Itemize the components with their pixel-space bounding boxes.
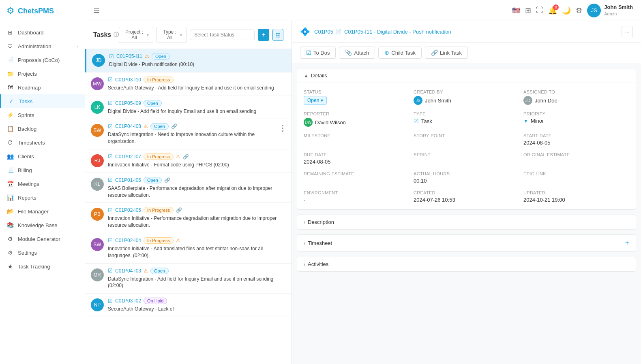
reporter-value: David Wilson (315, 119, 346, 126)
sidebar-item-projects[interactable]: 📁 Projects (0, 67, 85, 81)
detail-header: 💠 C01P05 📄 C01P05-I11 - Digital Divide -… (292, 21, 641, 43)
status-select[interactable]: Open ▾ (304, 96, 327, 105)
sidebar-item-clients[interactable]: 👥 Clients (0, 149, 85, 163)
expand-icon[interactable]: ⛶ (536, 6, 543, 15)
sidebar-item-label: Timesheets (18, 140, 45, 146)
sidebar-item-task-tracking[interactable]: ★ Task Tracking (0, 260, 85, 273)
sidebar-item-label: Meetings (18, 181, 39, 187)
description-section: › Description (297, 215, 636, 230)
task-item[interactable]: PB ☑ C01P02-I05 In Progress 🔗 Innovation… (85, 203, 292, 233)
detail-panel: 💠 C01P05 📄 C01P05-I11 - Digital Divide -… (292, 21, 641, 364)
language-flag-icon[interactable]: 🇺🇸 (512, 6, 520, 14)
child-task-button[interactable]: ⊕ Child Task (378, 47, 422, 59)
sidebar-item-meetings[interactable]: 📅 Meetings (0, 177, 85, 191)
sidebar-item-reports[interactable]: 📊 Reports (0, 191, 85, 204)
due-date-field: Due Date 2024-08-05 (304, 152, 409, 165)
sidebar-item-label: Projects (18, 71, 37, 77)
story-point-label: Story Point (414, 133, 519, 138)
reporter-field: Reporter DW David Wilson (304, 111, 409, 127)
sidebar-item-billing[interactable]: 📃 Billing (0, 163, 85, 177)
due-date-value: 2024-08-05 (304, 159, 331, 165)
task-item[interactable]: SW ☑ C01P04-I08 ⚠ Open 🔗 DataSync Integr… (85, 119, 292, 149)
hamburger-button[interactable]: ☰ (93, 6, 100, 15)
settings-icon: ⚙ (6, 249, 14, 256)
task-type-icon: ☑ (108, 153, 113, 160)
more-options-button[interactable] (279, 123, 286, 134)
task-item[interactable]: LK ☑ C01P05-I09 Open Digital Divide - Ad… (85, 96, 292, 119)
task-item[interactable]: MW ☑ C01P03-I10 In Progress SecureAuth G… (85, 72, 292, 96)
details-section-header[interactable]: ▲ Details (297, 68, 636, 83)
avatar: LK (91, 101, 104, 114)
updated-field: Updated 2024-10-21 19:00 (523, 190, 629, 203)
status-badge: In Progress (144, 153, 174, 160)
project-filter[interactable]: Project : All ▾ (119, 27, 153, 43)
roadmap-icon: 🗺 (6, 84, 14, 91)
more-options-button[interactable]: ··· (622, 26, 633, 37)
sidebar-item-backlog[interactable]: 📋 Backlog (0, 122, 85, 136)
status-badge: Open (144, 177, 162, 183)
priority-icon: ▼ (523, 118, 528, 124)
created-field: Created 2024-07-26 10:53 (414, 190, 519, 203)
avatar: JD (523, 96, 532, 105)
add-task-button[interactable]: + (258, 29, 269, 41)
activities-section-header[interactable]: › Activities (297, 257, 636, 271)
link-icon: 🔗 (183, 154, 189, 160)
timesheet-section-header[interactable]: › Timesheet + (297, 235, 636, 251)
user-profile[interactable]: JS John Smith Admin (587, 4, 633, 17)
tasks-header: Tasks ⓘ Project : All ▾ Type : All ▾ + ⊞ (85, 21, 292, 49)
todos-button[interactable]: ☑ To Dos (300, 47, 336, 59)
sidebar-item-file-manager[interactable]: 📂 File Manager (0, 204, 85, 218)
sidebar-item-sprints[interactable]: ⚡ Sprints (0, 108, 85, 122)
task-item[interactable]: SW ☑ C01P02-I04 In Progress ⚠ Innovation… (85, 233, 292, 264)
sidebar-item-label: Sprints (18, 112, 34, 118)
topbar: ☰ 🇺🇸 ⊞ ⛶ 🔔 0 🌙 ⚙ JS John Smith Admin (85, 0, 641, 21)
breadcrumb-project[interactable]: C01P05 (314, 29, 333, 35)
task-item[interactable]: NP ☑ C01P03-I02 On Hold SecureAuth Gatew… (85, 294, 292, 317)
sidebar-item-dashboard[interactable]: ⊞ Dashboard (0, 26, 85, 39)
sidebar-item-administration[interactable]: 🛡 Administration › (0, 39, 85, 53)
description-section-header[interactable]: › Description (297, 215, 636, 229)
link-icon: 🔗 (171, 123, 177, 129)
type-filter[interactable]: Type : All ▾ (156, 27, 187, 43)
add-timesheet-button[interactable]: + (625, 239, 629, 247)
task-type-icon: ☑ (108, 123, 113, 130)
link-task-button[interactable]: 🔗 Link Task (425, 47, 468, 59)
gear-icon[interactable]: ⚙ (576, 6, 582, 15)
logo-icon: ⚙ (6, 6, 15, 16)
task-item[interactable]: KL ☑ C01P01-I06 Open 🔗 SAAS Boilerplate … (85, 173, 292, 203)
timesheet-title: Timesheet (308, 240, 332, 246)
sidebar-item-proposals[interactable]: 📄 Proposals (CoCo) (0, 53, 85, 67)
task-item[interactable]: GR ☑ C01P04-I03 ⚠ Open DataSync Integrat… (85, 264, 292, 294)
avatar: DW (304, 118, 313, 127)
sidebar-item-roadmap[interactable]: 🗺 Roadmap (0, 81, 85, 94)
task-item[interactable]: RJ ☑ C01P02-I07 In Progress ⚠ 🔗 Innovati… (85, 149, 292, 173)
user-name: John Smith (604, 4, 633, 11)
status-badge: Open (152, 53, 170, 60)
task-type-icon: ☑ (414, 118, 419, 124)
attach-label: Attach (354, 50, 369, 56)
status-filter-input[interactable] (190, 30, 255, 40)
epic-link-field: Epic Link (523, 171, 629, 184)
attach-button[interactable]: 📎 Attach (339, 47, 375, 59)
sidebar-item-knowledge-base[interactable]: 📚 Knowledge Base (0, 218, 85, 232)
notifications-icon[interactable]: 🔔 0 (548, 6, 557, 15)
task-item[interactable]: JD ☑ C01P05-I11 ⚠ Open Digital Divide - … (85, 49, 292, 72)
sidebar-item-label: File Manager (18, 209, 49, 215)
updated-label: Updated (523, 190, 629, 195)
theme-toggle-icon[interactable]: 🌙 (562, 6, 571, 15)
sidebar-item-timesheets[interactable]: ⏱ Timesheets (0, 136, 85, 149)
original-estimate-label: Original Estimate (523, 152, 629, 157)
task-type-icon: ☑ (108, 177, 113, 183)
task-type-icon: ☑ (108, 298, 113, 304)
task-id: C01P01-I06 (115, 177, 141, 183)
grid-view-button[interactable]: ⊞ (272, 29, 283, 41)
apps-grid-icon[interactable]: ⊞ (525, 6, 531, 15)
task-type-icon: ☑ (108, 237, 113, 243)
sidebar-item-settings[interactable]: ⚙ Settings (0, 246, 85, 260)
user-role: Admin (604, 11, 633, 17)
created-label: Created (414, 190, 519, 195)
details-grid: Status Open ▾ Created By JS (304, 89, 629, 203)
sidebar-item-module-generator[interactable]: ⚙ Module Generator (0, 232, 85, 246)
sidebar-item-tasks[interactable]: ✓ Tasks (0, 94, 85, 108)
warning-icon: ⚠ (176, 154, 180, 160)
